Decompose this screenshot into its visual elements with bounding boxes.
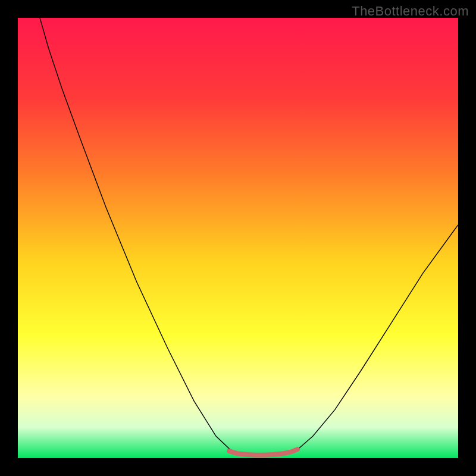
chart-svg	[18, 18, 458, 458]
watermark-text: TheBottleneck.com	[352, 4, 469, 19]
plot-area	[18, 18, 458, 458]
chart-frame: TheBottleneck.com	[0, 0, 476, 476]
gradient-background	[18, 18, 458, 458]
